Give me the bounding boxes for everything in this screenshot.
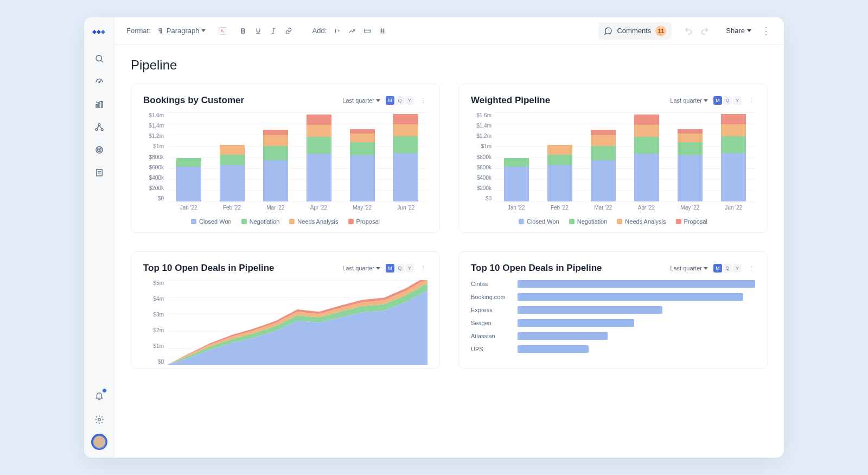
trend-icon [348,27,356,35]
svg-line-10 [97,125,99,128]
granularity-pills: M Q Y [386,264,414,273]
share-button[interactable]: Share [726,27,751,35]
period-dropdown[interactable]: Last quarter [670,97,708,104]
comment-icon [604,27,612,35]
link-button[interactable] [282,26,295,36]
add-trend-button[interactable] [346,26,359,36]
settings-gear-icon[interactable] [90,410,109,429]
pill-quarter[interactable]: Q [723,96,732,105]
pill-month[interactable]: M [386,96,394,105]
chevron-down-icon [747,29,751,32]
pill-quarter[interactable]: Q [395,96,404,105]
pill-year[interactable]: Y [733,96,742,105]
paragraph-label: Paragraph [167,27,200,35]
search-icon[interactable] [90,49,109,68]
dashboard-gauge-icon[interactable] [90,72,109,91]
pill-month[interactable]: M [386,264,394,273]
text-color-icon: A [219,27,226,35]
svg-line-11 [99,125,102,128]
pilcrow-icon [157,27,165,35]
svg-line-27 [383,28,384,33]
card-area: Top 10 Open Deals in Pipeline Last quart… [131,251,440,369]
pill-month[interactable]: M [713,96,722,105]
card-menu-button[interactable]: ⋮ [419,265,427,272]
card-hbars: Top 10 Open Deals in Pipeline Last quart… [458,251,768,369]
svg-line-21 [272,28,273,33]
target-icon[interactable] [90,140,109,160]
card-menu-button[interactable]: ⋮ [747,97,755,104]
period-dropdown[interactable]: Last quarter [670,265,708,271]
paragraph-dropdown[interactable]: Paragraph [155,25,208,36]
format-label: Format: [126,27,151,35]
document-icon[interactable] [90,163,109,182]
avatar[interactable] [91,434,107,450]
card-title: Bookings by Customer [143,95,244,106]
chart-area: $5m$4m$3m$2m$1m$0 [143,280,427,365]
comments-label: Comments [617,27,651,35]
italic-button[interactable] [267,26,280,36]
font-color-button[interactable]: A [216,26,229,36]
card-controls: Last quarter M Q Y ⋮ [342,96,427,105]
chart-legend: Closed WonNegotiationNeeds AnalysisPropo… [143,218,427,225]
notification-dot [102,388,107,393]
analytics-icon[interactable] [90,94,109,114]
pill-month[interactable]: M [713,264,722,273]
x-axis-labels: Jan '22Feb '22Mar '22Apr '22May '22Jun '… [495,205,755,211]
app-logo[interactable] [91,27,107,37]
card-icon [363,27,371,35]
hbar-chart: CintasBooking.comExpressSeagenAtlassianU… [471,280,755,353]
card-controls: Last quarter M Q Y ⋮ [670,264,755,273]
sidebar [84,17,114,458]
sidebar-bottom [90,386,109,458]
italic-icon [270,27,277,35]
text-icon [333,27,341,35]
svg-rect-5 [98,103,99,107]
link-icon [285,27,292,35]
svg-line-1 [101,60,103,62]
add-card-button[interactable] [361,26,374,36]
hash-icon [379,27,386,35]
cards-grid: Bookings by Customer Last quarter M Q Y … [131,84,768,369]
bold-button[interactable] [237,26,250,36]
toolbar: Format: Paragraph A Add: Comments [114,17,784,45]
card-menu-button[interactable]: ⋮ [419,97,427,104]
period-dropdown[interactable]: Last quarter [342,265,380,271]
svg-rect-4 [96,105,97,107]
chart-bookings: $1.6m$1.4m$1.2m$1m$800k$600k$400k$200k$0 [143,112,427,201]
underline-button[interactable] [252,26,265,36]
page-title: Pipeline [131,58,768,73]
card-menu-button[interactable]: ⋮ [747,265,755,272]
undo-button[interactable] [681,25,695,37]
card-controls: Last quarter M Q Y ⋮ [342,264,427,273]
card-bookings: Bookings by Customer Last quarter M Q Y … [131,84,440,233]
svg-point-14 [99,149,100,150]
redo-icon [700,27,709,35]
bell-icon[interactable] [90,386,109,406]
pill-year[interactable]: Y [405,264,414,273]
pill-year[interactable]: Y [733,264,742,273]
share-label: Share [726,27,745,35]
undo-icon [684,27,693,35]
pill-quarter[interactable]: Q [723,264,732,273]
redo-button[interactable] [698,25,712,37]
pill-year[interactable]: Y [405,96,414,105]
svg-rect-22 [365,29,371,33]
main: Format: Paragraph A Add: Comments [114,17,784,458]
underline-icon [254,27,262,35]
card-controls: Last quarter M Q Y ⋮ [670,96,755,105]
svg-point-18 [98,419,100,421]
add-hash-button[interactable] [376,26,389,36]
period-dropdown[interactable]: Last quarter [342,97,380,104]
svg-point-9 [101,129,103,131]
comments-button[interactable]: Comments 11 [598,22,672,40]
card-title: Top 10 Open Deals in Pipeline [143,263,275,274]
add-text-button[interactable] [330,26,343,36]
content-area: Pipeline Bookings by Customer Last quart… [114,45,784,458]
svg-point-8 [95,129,97,131]
chevron-down-icon [201,29,206,32]
more-menu-button[interactable]: ⋮ [760,25,772,37]
pill-quarter[interactable]: Q [395,264,404,273]
card-title: Weighted Pipeline [471,95,550,106]
svg-point-7 [98,124,100,126]
network-icon[interactable] [90,117,109,137]
